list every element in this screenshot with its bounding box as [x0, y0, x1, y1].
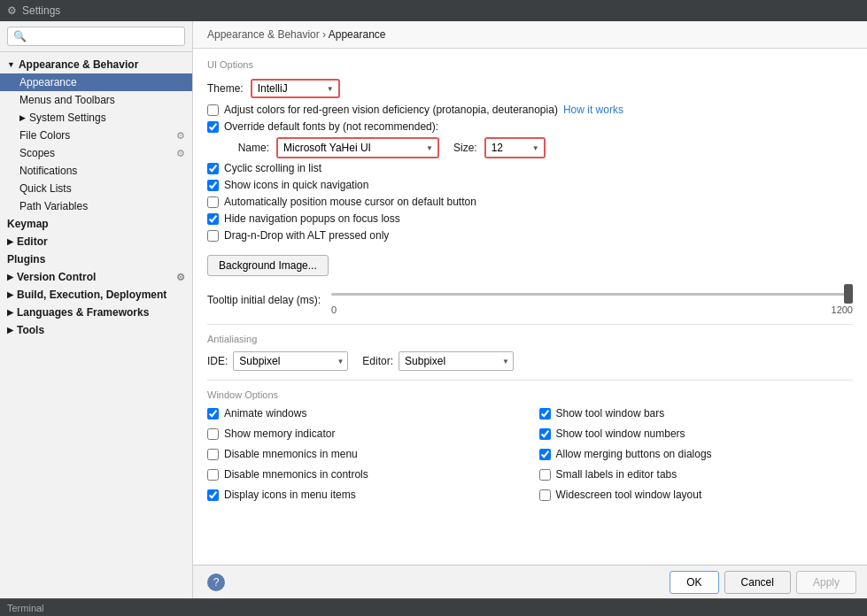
theme-select-wrapper: IntelliJ Darcula High contrast	[251, 79, 340, 98]
ui-options-label: UI Options	[207, 59, 853, 70]
font-name-select[interactable]: Microsoft YaHei UI Arial Courier New	[278, 139, 437, 157]
window-opt-5-label: Allow merging buttons on dialogs	[556, 448, 712, 460]
sidebar-item-version-control[interactable]: ▶ Version Control ⚙	[0, 268, 192, 286]
sidebar-item-editor[interactable]: ▶ Editor	[0, 233, 192, 250]
window-opt-9: Widescreen tool window layout	[539, 489, 854, 501]
window-opt-1-checkbox[interactable]	[539, 408, 551, 420]
sidebar-item-system-settings[interactable]: ▶ System Settings	[0, 109, 192, 127]
gear-icon: ⚙	[176, 130, 185, 142]
slider-track	[331, 293, 853, 296]
content-area: UI Options Theme: IntelliJ Darcula High …	[193, 49, 867, 565]
window-opt-2-label: Show memory indicator	[224, 427, 335, 440]
window-opt-1: Show tool window bars	[539, 407, 854, 420]
sidebar-item-build-exec[interactable]: ▶ Build, Execution, Deployment	[0, 286, 192, 304]
sidebar-item-tools[interactable]: ▶ Tools	[0, 321, 192, 339]
sidebar-item-quick-lists[interactable]: Quick Lists	[0, 180, 192, 197]
background-image-button[interactable]: Background Image...	[207, 255, 329, 276]
auto-position-checkbox[interactable]	[207, 196, 219, 208]
title-bar-text: Settings	[22, 4, 60, 17]
toggle-icon: ▶	[7, 273, 13, 281]
sidebar-item-label: Menus and Toolbars	[19, 94, 115, 106]
sidebar-item-label: Notifications	[19, 165, 77, 177]
window-opt-7-checkbox[interactable]	[539, 469, 551, 481]
show-icons-checkbox[interactable]	[207, 180, 219, 191]
slider-values: 0 1200	[331, 304, 853, 315]
cyclic-scrolling-row: Cyclic scrolling in list	[207, 162, 853, 174]
breadcrumb-separator: ›	[322, 28, 326, 41]
window-opt-4-checkbox[interactable]	[207, 449, 219, 460]
sidebar-item-languages[interactable]: ▶ Languages & Frameworks	[0, 304, 192, 321]
sidebar-item-label: Keymap	[7, 218, 49, 230]
apply-button[interactable]: Apply	[796, 571, 856, 594]
hide-nav-label: Hide navigation popups on focus loss	[224, 212, 400, 225]
window-opt-3: Show tool window numbers	[539, 427, 854, 440]
sidebar-item-label: Build, Execution, Deployment	[17, 289, 166, 301]
theme-select[interactable]: IntelliJ Darcula High contrast	[252, 81, 338, 96]
sidebar-item-notifications[interactable]: Notifications	[0, 162, 192, 180]
editor-antialias-select-wrap: Subpixel None Greyscale	[399, 351, 514, 371]
window-opt-5-checkbox[interactable]	[539, 449, 551, 460]
sidebar-item-appearance[interactable]: Appearance	[0, 73, 192, 91]
search-bar	[0, 21, 192, 52]
sidebar-item-keymap[interactable]: Keymap	[0, 215, 192, 233]
sidebar-item-menus-toolbars[interactable]: Menus and Toolbars	[0, 91, 192, 109]
ide-antialias-select[interactable]: Subpixel None Greyscale	[233, 351, 348, 371]
ide-antialias-label: IDE:	[207, 355, 228, 367]
theme-row: Theme: IntelliJ Darcula High contrast	[207, 79, 853, 98]
help-button[interactable]: ?	[207, 574, 225, 591]
window-opt-8-label: Display icons in menu items	[224, 489, 356, 501]
how-it-works-link[interactable]: How it works	[563, 104, 623, 116]
font-size-label: Size:	[453, 142, 477, 154]
bottom-bar: ? OK Cancel Apply	[193, 565, 867, 598]
window-opt-3-checkbox[interactable]	[539, 428, 551, 440]
antialiasing-row: IDE: Subpixel None Greyscale Editor:	[207, 351, 853, 371]
sidebar: ▼ Appearance & Behavior Appearance Menus…	[0, 21, 193, 598]
background-image-row: Background Image...	[207, 246, 853, 285]
tooltip-delay-row: Tooltip initial delay (ms): 0 1200	[207, 285, 853, 315]
toggle-icon: ▶	[7, 326, 13, 335]
slider-thumb[interactable]	[844, 284, 853, 304]
adjust-colors-label: Adjust colors for red-green vision defic…	[224, 104, 558, 116]
ok-button[interactable]: OK	[670, 571, 718, 594]
sidebar-item-label: Appearance	[19, 76, 77, 89]
search-input[interactable]	[7, 27, 185, 46]
title-bar: ⚙ Settings	[0, 0, 867, 21]
sidebar-item-appearance-behavior[interactable]: ▼ Appearance & Behavior	[0, 56, 192, 73]
gear-icon-vc: ⚙	[176, 272, 185, 283]
sidebar-item-plugins[interactable]: Plugins	[0, 250, 192, 268]
window-opt-9-checkbox[interactable]	[539, 489, 551, 501]
toggle-icon: ▶	[7, 308, 13, 317]
toggle-icon: ▶	[7, 290, 13, 299]
font-settings-block: Name: Microsoft YaHei UI Arial Courier N…	[207, 137, 853, 158]
drag-drop-checkbox[interactable]	[207, 230, 219, 242]
drag-drop-row: Drag-n-Drop with ALT pressed only	[207, 229, 853, 242]
window-opt-0-label: Animate windows	[224, 407, 306, 420]
antialiasing-label: Antialiasing	[207, 334, 853, 344]
override-fonts-checkbox[interactable]	[207, 121, 219, 133]
cyclic-scrolling-checkbox[interactable]	[207, 163, 219, 174]
window-opt-9-label: Widescreen tool window layout	[556, 489, 702, 501]
sidebar-item-label: File Colors	[19, 129, 70, 142]
adjust-colors-checkbox[interactable]	[207, 104, 219, 116]
editor-antialias-select[interactable]: Subpixel None Greyscale	[399, 351, 514, 371]
window-opt-6-checkbox[interactable]	[207, 469, 219, 481]
editor-antialias-label: Editor:	[362, 355, 393, 367]
sidebar-item-scopes[interactable]: Scopes ⚙	[0, 144, 192, 162]
sidebar-item-path-variables[interactable]: Path Variables	[0, 197, 192, 215]
font-name-select-wrap: Microsoft YaHei UI Arial Courier New	[276, 137, 439, 158]
window-opt-8-checkbox[interactable]	[207, 489, 219, 501]
cyclic-scrolling-label: Cyclic scrolling in list	[224, 162, 321, 174]
sidebar-item-file-colors[interactable]: File Colors ⚙	[0, 127, 192, 144]
window-opt-2: Show memory indicator	[207, 427, 522, 440]
hide-nav-checkbox[interactable]	[207, 213, 219, 225]
sidebar-item-label: Tools	[17, 324, 44, 336]
cancel-button[interactable]: Cancel	[724, 571, 791, 594]
window-opt-2-checkbox[interactable]	[207, 428, 219, 440]
window-options-grid: Animate windows Show tool window bars Sh…	[207, 407, 853, 505]
terminal-strip[interactable]: Terminal	[0, 598, 867, 616]
editor-antialias-group: Editor: Subpixel None Greyscale	[362, 351, 514, 371]
window-opt-0-checkbox[interactable]	[207, 408, 219, 420]
gear-icon-scopes: ⚙	[176, 148, 185, 159]
font-size-select[interactable]: 12 891011 131416	[486, 139, 544, 157]
ide-antialias-select-wrap: Subpixel None Greyscale	[233, 351, 348, 371]
